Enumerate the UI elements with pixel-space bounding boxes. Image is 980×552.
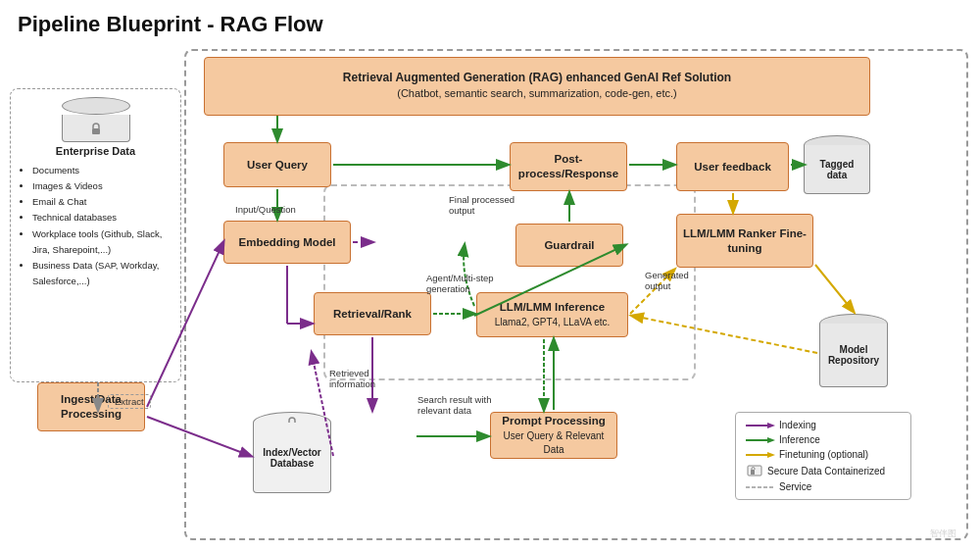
model-repository-area: ModelRepository — [819, 314, 888, 392]
label-agent-multistep: Agent/Multi-stepgeneration — [426, 273, 494, 294]
embedding-model-box: Embedding Model — [223, 221, 351, 264]
svg-rect-1 — [92, 128, 100, 134]
legend-secure: Secure Data Containerized — [767, 466, 885, 477]
rag-header-box: Retrieval Augmented Generation (RAG) enh… — [204, 57, 870, 116]
post-process-box: Post-process/Response — [510, 142, 627, 191]
label-generated-output: Generatedoutput — [645, 270, 689, 291]
label-input-question: Input/Question — [235, 204, 296, 215]
svg-marker-3 — [767, 423, 775, 428]
label-search-result: Search result withrelevant data — [417, 394, 492, 416]
prompt-processing-box: Prompt ProcessingUser Query & Relevant D… — [490, 412, 617, 459]
legend-finetuning: Finetuning (optional) — [779, 449, 868, 460]
rag-header-text: Retrieval Augmented Generation (RAG) enh… — [343, 71, 731, 101]
legend-box: Indexing Inference Finetuning (optional)… — [735, 412, 911, 500]
legend-inference: Inference — [779, 434, 820, 445]
diagram-area: Retrieval Augmented Generation (RAG) enh… — [10, 49, 970, 544]
svg-rect-9 — [751, 470, 755, 475]
guardrail-box: Guardrail — [515, 224, 623, 267]
enterprise-data-area: Enterprise Data Documents Images & Video… — [10, 88, 181, 382]
legend-indexing: Indexing — [779, 420, 816, 430]
legend-service: Service — [779, 481, 811, 492]
label-extract: Extract — [108, 394, 151, 409]
index-vector-db-area: Index/VectorDatabase — [253, 412, 331, 500]
svg-marker-7 — [767, 452, 775, 458]
svg-marker-5 — [767, 437, 775, 443]
watermark: 智伴图 — [930, 527, 956, 540]
tagged-data-area: Taggeddata — [804, 135, 870, 196]
page-title: Pipeline Blueprint - RAG Flow — [0, 0, 980, 43]
label-retrieved-info: Retrievedinformation — [329, 368, 375, 389]
user-feedback-box: User feedback — [676, 142, 789, 191]
label-final-processed: Final processedoutput — [449, 194, 514, 216]
enterprise-list: Documents Images & Videos Email & Chat T… — [19, 163, 172, 289]
enterprise-title: Enterprise Data — [19, 145, 172, 157]
llm-inference-box: LLM/LMM InferenceLlama2, GPT4, LLaVA etc… — [476, 292, 628, 337]
retrieval-rank-box: Retrieval/Rank — [314, 292, 431, 335]
user-query-box: User Query — [223, 142, 331, 187]
llm-ranker-box: LLM/LMM Ranker Fine-tuning — [676, 214, 813, 268]
